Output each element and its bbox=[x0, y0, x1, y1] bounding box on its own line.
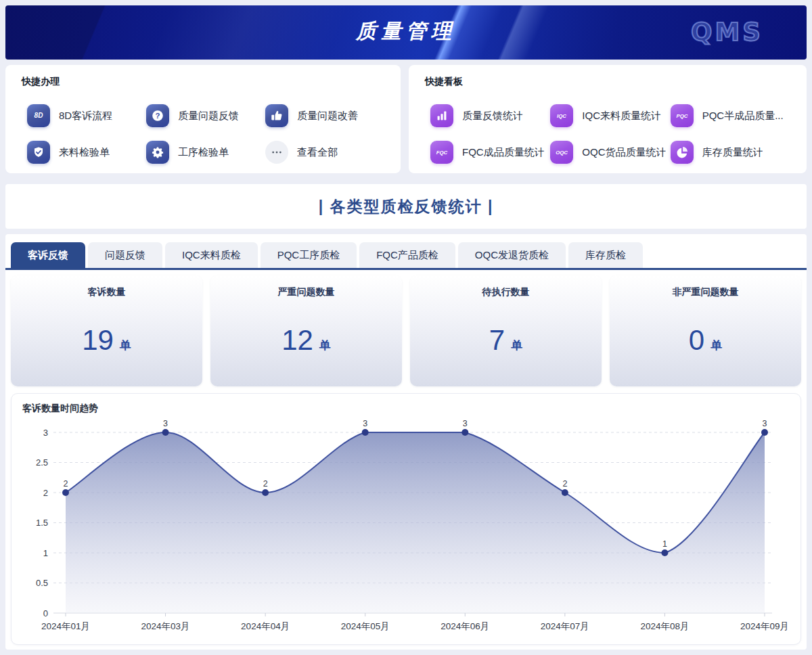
stat-cards-row: 客诉数量19单严重问题数量12单待执行数量7单非严重问题数量0单 bbox=[5, 270, 807, 386]
svg-text:3: 3 bbox=[163, 419, 168, 428]
stat-value: 19 bbox=[82, 326, 114, 355]
tab[interactable]: 库存质检 bbox=[568, 242, 643, 268]
svg-text:?: ? bbox=[156, 112, 160, 120]
stat-label: 非严重问题数量 bbox=[673, 286, 739, 298]
quick-item-label: 质量反馈统计 bbox=[462, 110, 523, 122]
stat-card: 客诉数量19单 bbox=[11, 275, 202, 386]
svg-text:2: 2 bbox=[64, 479, 68, 489]
qms-logo: QMS bbox=[691, 18, 763, 47]
svg-text:2: 2 bbox=[43, 488, 48, 498]
svg-text:8D: 8D bbox=[35, 112, 43, 119]
trend-chart-card: 客诉数量时间趋势 00.511.522.532024年01月2024年03月20… bbox=[11, 393, 801, 645]
svg-text:3: 3 bbox=[463, 419, 468, 428]
stat-unit: 单 bbox=[319, 338, 331, 353]
quick-item-label: OQC货品质量统计 bbox=[582, 146, 666, 159]
pie-chart-icon bbox=[671, 141, 694, 164]
quick-item-label: 8D客诉流程 bbox=[59, 110, 112, 122]
stat-value: 7 bbox=[489, 326, 505, 355]
stat-value-row: 19单 bbox=[82, 298, 131, 386]
quick-item-label: 质量问题改善 bbox=[297, 110, 358, 122]
svg-text:PQC: PQC bbox=[676, 113, 687, 119]
quick-item-label: IQC来料质量统计 bbox=[582, 110, 661, 122]
quick-item-label: 质量问题反馈 bbox=[178, 110, 239, 122]
oqc-text-icon: OQC bbox=[550, 141, 573, 164]
section-title-band: | 各类型质检反馈统计 | bbox=[5, 184, 807, 229]
quick-item-label: FQC成品质量统计 bbox=[462, 146, 545, 159]
svg-text:2024年07月: 2024年07月 bbox=[541, 621, 589, 631]
tab[interactable]: PQC工序质检 bbox=[261, 242, 357, 268]
svg-text:1: 1 bbox=[43, 548, 48, 558]
svg-text:1: 1 bbox=[662, 539, 667, 549]
tab[interactable]: FQC产品质检 bbox=[359, 242, 455, 268]
quick-item-label: 查看全部 bbox=[297, 146, 338, 159]
tab[interactable]: IQC来料质检 bbox=[165, 242, 258, 268]
quick-actions-items: 8D8D客诉流程?质量问题反馈质量问题改善来料检验单工序检验单查看全部 bbox=[22, 101, 384, 166]
ellipsis-icon bbox=[265, 141, 288, 164]
stat-value: 12 bbox=[281, 326, 313, 355]
quick-item[interactable]: PQCPQC半成品质量... bbox=[671, 101, 790, 130]
quick-item[interactable]: 查看全部 bbox=[265, 138, 384, 166]
quick-item[interactable]: 库存质量统计 bbox=[671, 138, 790, 166]
svg-text:2024年03月: 2024年03月 bbox=[141, 621, 190, 631]
quick-actions-title: 快捷办理 bbox=[22, 76, 384, 88]
tab[interactable]: 客诉反馈 bbox=[11, 242, 85, 268]
question-circle-icon: ? bbox=[146, 104, 169, 127]
page-title: 质量管理 bbox=[5, 18, 807, 45]
fqc-text-icon: FQC bbox=[430, 141, 453, 164]
quick-item[interactable]: 来料检验单 bbox=[27, 138, 146, 166]
svg-text:3: 3 bbox=[43, 428, 48, 438]
badge-8d-icon: 8D bbox=[27, 104, 50, 127]
quick-item-label: 来料检验单 bbox=[59, 146, 110, 159]
stat-value-row: 12单 bbox=[281, 298, 331, 386]
shield-check-icon bbox=[27, 141, 50, 164]
gear-icon bbox=[146, 141, 169, 164]
svg-text:2: 2 bbox=[263, 479, 268, 489]
stat-value-row: 0单 bbox=[689, 298, 722, 386]
quick-item[interactable]: 8D8D客诉流程 bbox=[27, 101, 146, 130]
stat-unit: 单 bbox=[120, 338, 131, 353]
quick-item[interactable]: IQCIQC来料质量统计 bbox=[550, 101, 670, 130]
svg-text:2024年06月: 2024年06月 bbox=[441, 621, 489, 631]
tab-bar: 客诉反馈问题反馈IQC来料质检PQC工序质检FQC产品质检OQC发退货质检库存质… bbox=[5, 234, 807, 268]
thumb-up-icon bbox=[265, 104, 288, 127]
iqc-text-icon: IQC bbox=[550, 104, 573, 127]
svg-text:FQC: FQC bbox=[436, 150, 448, 156]
svg-text:0.5: 0.5 bbox=[36, 578, 48, 588]
stat-card: 严重问题数量12单 bbox=[210, 275, 402, 386]
svg-text:3: 3 bbox=[363, 419, 367, 428]
svg-text:2024年01月: 2024年01月 bbox=[41, 621, 90, 631]
quick-item[interactable]: 质量问题改善 bbox=[265, 101, 384, 130]
quick-boards-title: 快捷看板 bbox=[425, 76, 790, 88]
quick-item[interactable]: 质量反馈统计 bbox=[430, 101, 550, 130]
tab[interactable]: 问题反馈 bbox=[88, 242, 162, 268]
stat-label: 严重问题数量 bbox=[278, 286, 335, 298]
stat-card: 非严重问题数量0单 bbox=[610, 275, 801, 386]
chart-title: 客诉数量时间趋势 bbox=[22, 403, 790, 415]
stat-card: 待执行数量7单 bbox=[410, 275, 602, 386]
svg-text:2: 2 bbox=[562, 479, 567, 489]
quick-item[interactable]: ?质量问题反馈 bbox=[146, 101, 265, 130]
quick-item[interactable]: 工序检验单 bbox=[146, 138, 265, 166]
quick-item-label: 工序检验单 bbox=[178, 146, 229, 159]
tab[interactable]: OQC发退货质检 bbox=[458, 242, 566, 268]
section-title: | 各类型质检反馈统计 | bbox=[319, 196, 494, 217]
quick-item-label: 库存质量统计 bbox=[702, 146, 763, 159]
svg-text:0: 0 bbox=[43, 608, 48, 618]
header-banner: 质量管理 QMS bbox=[5, 5, 807, 60]
pqc-text-icon: PQC bbox=[671, 104, 694, 127]
quick-actions-panel: 快捷办理 8D8D客诉流程?质量问题反馈质量问题改善来料检验单工序检验单查看全部 bbox=[5, 65, 401, 173]
svg-text:2024年05月: 2024年05月 bbox=[341, 621, 390, 631]
svg-text:2024年08月: 2024年08月 bbox=[640, 621, 689, 631]
svg-text:2024年09月: 2024年09月 bbox=[740, 621, 789, 631]
svg-text:3: 3 bbox=[763, 419, 767, 428]
stat-label: 待执行数量 bbox=[482, 286, 530, 298]
svg-text:OQC: OQC bbox=[556, 150, 568, 156]
stat-unit: 单 bbox=[710, 338, 722, 353]
bar-chart-icon bbox=[430, 104, 453, 127]
svg-text:2024年04月: 2024年04月 bbox=[241, 621, 290, 631]
stat-unit: 单 bbox=[511, 338, 522, 353]
svg-text:2.5: 2.5 bbox=[36, 457, 48, 468]
feedback-stats-section: 客诉反馈问题反馈IQC来料质检PQC工序质检FQC产品质检OQC发退货质检库存质… bbox=[5, 234, 807, 650]
quick-item[interactable]: FQCFQC成品质量统计 bbox=[430, 138, 550, 166]
quick-item[interactable]: OQCOQC货品质量统计 bbox=[550, 138, 670, 166]
